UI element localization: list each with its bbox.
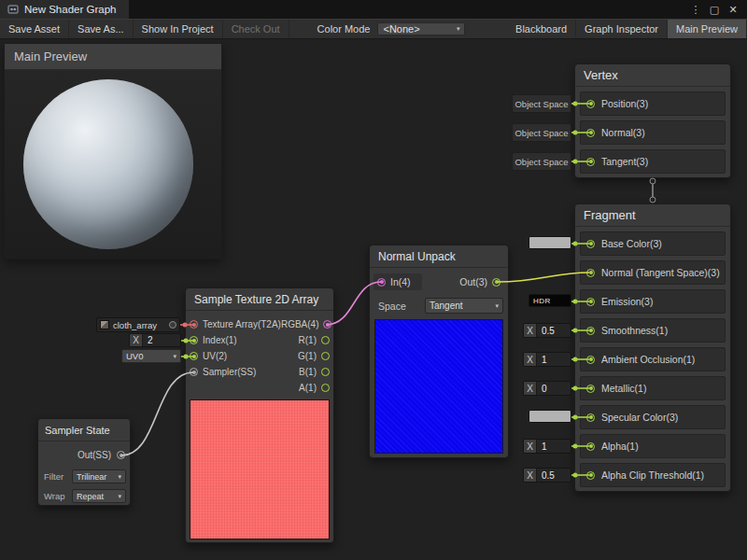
out-port-dot[interactable]	[492, 278, 500, 287]
color-mode-label: Color Mode	[289, 20, 378, 38]
port-label: Ambient Occlusion(1)	[601, 354, 695, 365]
uv-channel-dropdown[interactable]: UV0 ▾	[121, 349, 181, 363]
fragment-node[interactable]: Fragment Base Color(3) Normal (Tangent S…	[574, 203, 731, 492]
alpha-clip-field[interactable]: X 0.5	[523, 468, 571, 483]
show-in-project-button[interactable]: Show In Project	[134, 20, 223, 38]
uv-input-port[interactable]: UV(2)	[190, 351, 227, 361]
fragment-port-normal[interactable]: Normal (Tangent Space)(3)	[580, 260, 726, 285]
r-output-port[interactable]: R(1)	[299, 335, 330, 345]
vertex-node[interactable]: Vertex Position(3) Normal(3) Tangent(3)	[574, 63, 731, 178]
port-label: Texture Array(T2A)	[203, 319, 281, 329]
color-mode-dropdown[interactable]: <None> ▾	[377, 22, 465, 35]
vertex-port-normal[interactable]: Normal(3)	[580, 120, 726, 145]
sampler-port-dot[interactable]	[190, 368, 198, 376]
port-dot[interactable]	[586, 413, 595, 422]
a-port-dot[interactable]	[321, 384, 330, 392]
rgba-port-dot[interactable]	[323, 320, 331, 329]
ambient-occlusion-field[interactable]: X 1	[523, 352, 571, 367]
index-port-dot[interactable]	[190, 336, 198, 344]
fragment-port-emission[interactable]: Emission(3)	[580, 289, 726, 314]
fragment-port-metallic[interactable]: Metallic(1)	[580, 376, 726, 400]
close-icon[interactable]: ✕	[725, 0, 741, 19]
float-value[interactable]: 0.5	[537, 469, 571, 482]
b-output-port[interactable]: B(1)	[299, 367, 330, 377]
fragment-port-specular-color[interactable]: Specular Color(3)	[580, 405, 726, 429]
float-value[interactable]: 0.5	[537, 324, 571, 337]
uv-channel-value: UV0	[126, 351, 143, 361]
maximize-icon[interactable]: ▢	[706, 0, 723, 19]
index-input-port[interactable]: Index(1)	[190, 335, 237, 345]
in-port-dot[interactable]	[377, 278, 386, 287]
port-dot[interactable]	[586, 269, 595, 277]
texture-array-input-port[interactable]: Texture Array(T2A)	[190, 319, 281, 329]
main-preview-panel[interactable]: Main Preview	[4, 43, 222, 259]
normal-space-chip[interactable]: Object Space	[512, 123, 571, 142]
sampler-state-node[interactable]: Sampler State Out(SS) Filter Trilinear ▾…	[37, 418, 131, 506]
float-value[interactable]: 2	[143, 334, 180, 346]
index-field[interactable]: X 2	[129, 333, 181, 347]
port-dot[interactable]	[586, 240, 595, 248]
blackboard-toggle[interactable]: Blackboard	[507, 20, 576, 38]
specular-color-swatch[interactable]	[529, 410, 571, 423]
main-preview-viewport[interactable]	[5, 70, 221, 259]
port-dot[interactable]	[586, 298, 595, 306]
fragment-port-base-color[interactable]: Base Color(3)	[580, 231, 726, 256]
port-dot-normal[interactable]	[586, 129, 595, 137]
alpha-field[interactable]: X 1	[523, 439, 571, 454]
fragment-port-alpha[interactable]: Alpha(1)	[580, 434, 726, 458]
a-output-port[interactable]: A(1)	[299, 383, 330, 393]
port-dot[interactable]	[586, 442, 595, 451]
graph-inspector-toggle[interactable]: Graph Inspector	[576, 20, 668, 38]
position-space-chip[interactable]: Object Space	[512, 94, 571, 113]
sample-texture-2d-array-node[interactable]: Sample Texture 2D Array Texture Array(T2…	[185, 287, 334, 543]
port-dot-position[interactable]	[586, 100, 595, 108]
wrap-dropdown[interactable]: Repeat ▾	[72, 489, 126, 503]
save-as-button[interactable]: Save As...	[69, 20, 134, 38]
fragment-title: Fragment	[575, 204, 730, 227]
g-output-port[interactable]: G(1)	[298, 351, 330, 361]
wire-samplerstate-to-sampler[interactable]	[121, 372, 193, 455]
fragment-port-alpha-clip[interactable]: Alpha Clip Threshold(1)	[580, 463, 726, 487]
out-ss-port[interactable]: Out(SS)	[38, 441, 130, 467]
uv-port-dot[interactable]	[190, 352, 198, 360]
vertex-port-position[interactable]: Position(3)	[580, 91, 726, 116]
port-dot-tangent[interactable]	[586, 158, 595, 166]
filter-dropdown[interactable]: Trilinear ▾	[72, 469, 126, 483]
vertex-port-tangent[interactable]: Tangent(3)	[580, 149, 726, 174]
emission-color-swatch[interactable]: HDR	[529, 294, 571, 307]
texture-array-object-field[interactable]: cloth_array	[96, 317, 180, 332]
metallic-field[interactable]: X 0	[523, 381, 571, 396]
smoothness-field[interactable]: X 0.5	[523, 323, 571, 338]
float-value[interactable]: 1	[537, 353, 571, 366]
base-color-swatch[interactable]	[529, 236, 571, 249]
fragment-port-ambient-occlusion[interactable]: Ambient Occlusion(1)	[580, 347, 726, 371]
shader-graph-tab[interactable]: New Shader Graph	[0, 0, 129, 19]
alpha-clip-control: X 0.5	[523, 468, 571, 483]
save-asset-button[interactable]: Save Asset	[0, 20, 69, 38]
kebab-menu-icon[interactable]: ⋮	[687, 0, 704, 19]
float-value[interactable]: 1	[537, 440, 571, 453]
port-row: Sampler(SS) B(1)	[186, 364, 333, 380]
port-dot[interactable]	[586, 385, 595, 393]
normal-unpack-node[interactable]: Normal Unpack In(4) Out(3) Space Tangent…	[369, 245, 509, 458]
r-port-dot[interactable]	[321, 336, 330, 344]
fragment-port-smoothness[interactable]: Smoothness(1)	[580, 318, 726, 343]
sample-node-title: Sample Texture 2D Array	[186, 288, 333, 311]
space-dropdown[interactable]: Tangent ▾	[425, 298, 503, 314]
out-ss-port-dot[interactable]	[117, 451, 125, 459]
sampler-input-port[interactable]: Sampler(SS)	[190, 367, 256, 377]
out-port[interactable]: Out(3)	[459, 276, 504, 287]
port-dot[interactable]	[586, 356, 595, 364]
port-dot[interactable]	[586, 471, 595, 480]
object-picker-icon[interactable]	[169, 321, 176, 329]
tangent-space-chip[interactable]: Object Space	[512, 152, 571, 171]
texture-array-port-dot[interactable]	[190, 320, 198, 329]
in-port[interactable]: In(4)	[374, 273, 422, 290]
g-port-dot[interactable]	[321, 352, 330, 360]
main-preview-toggle[interactable]: Main Preview	[668, 20, 747, 38]
b-port-dot[interactable]	[321, 368, 330, 376]
rgba-output-port[interactable]: RGBA(4)	[281, 319, 332, 329]
port-dot[interactable]	[586, 327, 595, 335]
float-value[interactable]: 0	[537, 382, 571, 395]
graph-toolbar: Save Asset Save As... Show In Project Ch…	[0, 19, 747, 39]
